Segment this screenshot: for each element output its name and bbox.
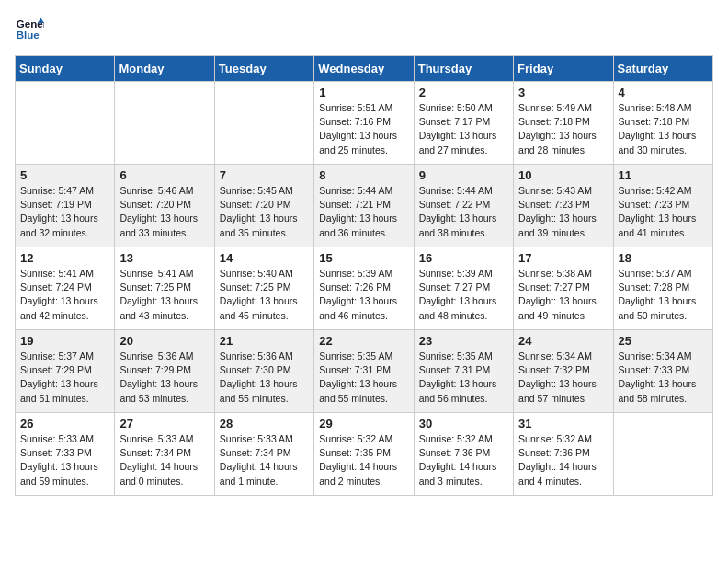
calendar-cell: 18Sunrise: 5:37 AM Sunset: 7:28 PM Dayli… bbox=[613, 247, 712, 330]
logo: General Blue bbox=[15, 15, 48, 44]
weekday-header: Saturday bbox=[613, 56, 712, 82]
day-info: Sunrise: 5:41 AM Sunset: 7:25 PM Dayligh… bbox=[119, 267, 209, 323]
day-info: Sunrise: 5:32 AM Sunset: 7:36 PM Dayligh… bbox=[518, 432, 608, 488]
calendar-cell: 14Sunrise: 5:40 AM Sunset: 7:25 PM Dayli… bbox=[214, 247, 313, 330]
calendar-cell: 7Sunrise: 5:45 AM Sunset: 7:20 PM Daylig… bbox=[214, 165, 313, 247]
calendar-table: SundayMondayTuesdayWednesdayThursdayFrid… bbox=[15, 55, 713, 496]
calendar-cell: 21Sunrise: 5:36 AM Sunset: 7:30 PM Dayli… bbox=[214, 330, 313, 413]
calendar-cell: 9Sunrise: 5:44 AM Sunset: 7:22 PM Daylig… bbox=[414, 165, 513, 247]
calendar-cell: 11Sunrise: 5:42 AM Sunset: 7:23 PM Dayli… bbox=[613, 165, 712, 247]
weekday-header-row: SundayMondayTuesdayWednesdayThursdayFrid… bbox=[16, 56, 713, 82]
day-number: 14 bbox=[220, 251, 309, 265]
weekday-header: Wednesday bbox=[314, 56, 414, 82]
calendar-cell: 17Sunrise: 5:38 AM Sunset: 7:27 PM Dayli… bbox=[514, 247, 613, 330]
calendar-cell: 12Sunrise: 5:41 AM Sunset: 7:24 PM Dayli… bbox=[16, 247, 115, 330]
day-info: Sunrise: 5:35 AM Sunset: 7:31 PM Dayligh… bbox=[419, 350, 508, 406]
day-info: Sunrise: 5:33 AM Sunset: 7:34 PM Dayligh… bbox=[119, 432, 209, 488]
calendar-cell: 10Sunrise: 5:43 AM Sunset: 7:23 PM Dayli… bbox=[514, 165, 613, 247]
day-number: 22 bbox=[319, 334, 408, 348]
day-number: 12 bbox=[20, 251, 109, 265]
day-info: Sunrise: 5:35 AM Sunset: 7:31 PM Dayligh… bbox=[319, 350, 408, 406]
weekday-header: Sunday bbox=[16, 56, 115, 82]
calendar-cell: 26Sunrise: 5:33 AM Sunset: 7:33 PM Dayli… bbox=[16, 413, 115, 496]
calendar-cell: 5Sunrise: 5:47 AM Sunset: 7:19 PM Daylig… bbox=[16, 165, 115, 247]
calendar-week-row: 12Sunrise: 5:41 AM Sunset: 7:24 PM Dayli… bbox=[16, 247, 713, 330]
day-info: Sunrise: 5:38 AM Sunset: 7:27 PM Dayligh… bbox=[518, 267, 608, 323]
day-number: 6 bbox=[119, 168, 209, 182]
day-info: Sunrise: 5:32 AM Sunset: 7:36 PM Dayligh… bbox=[419, 432, 508, 488]
calendar-cell: 28Sunrise: 5:33 AM Sunset: 7:34 PM Dayli… bbox=[214, 413, 313, 496]
day-info: Sunrise: 5:44 AM Sunset: 7:22 PM Dayligh… bbox=[419, 184, 508, 240]
calendar-week-row: 1Sunrise: 5:51 AM Sunset: 7:16 PM Daylig… bbox=[16, 82, 713, 165]
day-number: 10 bbox=[518, 168, 608, 182]
day-info: Sunrise: 5:39 AM Sunset: 7:26 PM Dayligh… bbox=[319, 267, 408, 323]
day-info: Sunrise: 5:50 AM Sunset: 7:17 PM Dayligh… bbox=[419, 101, 508, 157]
day-info: Sunrise: 5:39 AM Sunset: 7:27 PM Dayligh… bbox=[419, 267, 508, 323]
day-number: 31 bbox=[518, 417, 608, 431]
day-info: Sunrise: 5:48 AM Sunset: 7:18 PM Dayligh… bbox=[619, 101, 708, 157]
day-info: Sunrise: 5:32 AM Sunset: 7:35 PM Dayligh… bbox=[319, 432, 408, 488]
day-info: Sunrise: 5:36 AM Sunset: 7:30 PM Dayligh… bbox=[220, 350, 309, 406]
calendar-cell bbox=[115, 82, 214, 165]
weekday-header: Thursday bbox=[414, 56, 513, 82]
day-number: 29 bbox=[319, 417, 408, 431]
day-number: 23 bbox=[419, 334, 508, 348]
day-number: 24 bbox=[518, 334, 608, 348]
day-number: 27 bbox=[119, 417, 209, 431]
day-info: Sunrise: 5:44 AM Sunset: 7:21 PM Dayligh… bbox=[319, 184, 408, 240]
day-info: Sunrise: 5:49 AM Sunset: 7:18 PM Dayligh… bbox=[518, 101, 608, 157]
calendar-week-row: 19Sunrise: 5:37 AM Sunset: 7:29 PM Dayli… bbox=[16, 330, 713, 413]
weekday-header: Tuesday bbox=[214, 56, 313, 82]
calendar-week-row: 5Sunrise: 5:47 AM Sunset: 7:19 PM Daylig… bbox=[16, 165, 713, 247]
calendar-cell: 1Sunrise: 5:51 AM Sunset: 7:16 PM Daylig… bbox=[314, 82, 414, 165]
day-info: Sunrise: 5:37 AM Sunset: 7:29 PM Dayligh… bbox=[20, 350, 109, 406]
calendar-cell: 25Sunrise: 5:34 AM Sunset: 7:33 PM Dayli… bbox=[613, 330, 712, 413]
day-info: Sunrise: 5:43 AM Sunset: 7:23 PM Dayligh… bbox=[518, 184, 608, 240]
day-info: Sunrise: 5:42 AM Sunset: 7:23 PM Dayligh… bbox=[619, 184, 708, 240]
day-number: 26 bbox=[20, 417, 109, 431]
calendar-cell: 16Sunrise: 5:39 AM Sunset: 7:27 PM Dayli… bbox=[414, 247, 513, 330]
day-number: 13 bbox=[119, 251, 209, 265]
day-number: 20 bbox=[119, 334, 209, 348]
day-number: 5 bbox=[20, 168, 109, 182]
calendar-cell: 2Sunrise: 5:50 AM Sunset: 7:17 PM Daylig… bbox=[414, 82, 513, 165]
day-info: Sunrise: 5:41 AM Sunset: 7:24 PM Dayligh… bbox=[20, 267, 109, 323]
calendar-cell: 13Sunrise: 5:41 AM Sunset: 7:25 PM Dayli… bbox=[115, 247, 214, 330]
day-number: 8 bbox=[319, 168, 408, 182]
day-info: Sunrise: 5:34 AM Sunset: 7:32 PM Dayligh… bbox=[518, 350, 608, 406]
weekday-header: Monday bbox=[115, 56, 214, 82]
calendar-cell: 19Sunrise: 5:37 AM Sunset: 7:29 PM Dayli… bbox=[16, 330, 115, 413]
day-number: 21 bbox=[220, 334, 309, 348]
calendar-cell bbox=[613, 413, 712, 496]
day-info: Sunrise: 5:33 AM Sunset: 7:34 PM Dayligh… bbox=[220, 432, 309, 488]
day-number: 1 bbox=[319, 86, 408, 99]
day-info: Sunrise: 5:33 AM Sunset: 7:33 PM Dayligh… bbox=[20, 432, 109, 488]
calendar-cell: 31Sunrise: 5:32 AM Sunset: 7:36 PM Dayli… bbox=[514, 413, 613, 496]
page-header: General Blue bbox=[15, 15, 713, 44]
calendar-cell: 3Sunrise: 5:49 AM Sunset: 7:18 PM Daylig… bbox=[514, 82, 613, 165]
calendar-cell: 6Sunrise: 5:46 AM Sunset: 7:20 PM Daylig… bbox=[115, 165, 214, 247]
calendar-cell bbox=[16, 82, 115, 165]
day-info: Sunrise: 5:51 AM Sunset: 7:16 PM Dayligh… bbox=[319, 101, 408, 157]
calendar-cell: 27Sunrise: 5:33 AM Sunset: 7:34 PM Dayli… bbox=[115, 413, 214, 496]
day-info: Sunrise: 5:40 AM Sunset: 7:25 PM Dayligh… bbox=[220, 267, 309, 323]
calendar-week-row: 26Sunrise: 5:33 AM Sunset: 7:33 PM Dayli… bbox=[16, 413, 713, 496]
calendar-cell: 24Sunrise: 5:34 AM Sunset: 7:32 PM Dayli… bbox=[514, 330, 613, 413]
day-number: 15 bbox=[319, 251, 408, 265]
day-number: 19 bbox=[20, 334, 109, 348]
calendar-cell: 20Sunrise: 5:36 AM Sunset: 7:29 PM Dayli… bbox=[115, 330, 214, 413]
day-number: 11 bbox=[619, 168, 708, 182]
day-number: 18 bbox=[619, 251, 708, 265]
calendar-cell: 4Sunrise: 5:48 AM Sunset: 7:18 PM Daylig… bbox=[613, 82, 712, 165]
day-number: 28 bbox=[220, 417, 309, 431]
day-number: 3 bbox=[518, 86, 608, 99]
calendar-cell bbox=[214, 82, 313, 165]
day-info: Sunrise: 5:37 AM Sunset: 7:28 PM Dayligh… bbox=[619, 267, 708, 323]
day-number: 4 bbox=[619, 86, 708, 99]
day-info: Sunrise: 5:45 AM Sunset: 7:20 PM Dayligh… bbox=[220, 184, 309, 240]
day-number: 17 bbox=[518, 251, 608, 265]
day-number: 16 bbox=[419, 251, 508, 265]
day-info: Sunrise: 5:46 AM Sunset: 7:20 PM Dayligh… bbox=[119, 184, 209, 240]
calendar-cell: 30Sunrise: 5:32 AM Sunset: 7:36 PM Dayli… bbox=[414, 413, 513, 496]
calendar-cell: 22Sunrise: 5:35 AM Sunset: 7:31 PM Dayli… bbox=[314, 330, 414, 413]
